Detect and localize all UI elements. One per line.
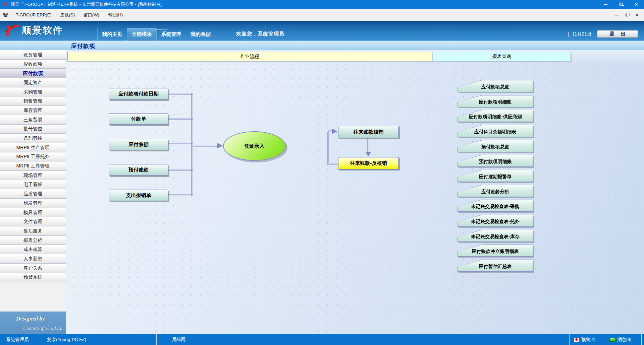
alerts-label: 预警[2] <box>581 337 595 343</box>
mdi-close-button[interactable]: ✕ <box>632 11 642 19</box>
nav-tab-all-modules[interactable]: 全部模块 <box>127 28 156 41</box>
brand-logo: 顺景软件 <box>5 23 63 38</box>
status-messages[interactable]: 消息[9] <box>606 334 642 345</box>
mdi-restore-button[interactable] <box>622 11 632 19</box>
report-button-payable-account-balance-detail[interactable]: 应付科目余额明细表 <box>458 125 533 137</box>
status-empty-segment <box>201 334 274 345</box>
close-button[interactable]: ✕ <box>629 0 644 9</box>
report-button-payables-aging-analysis[interactable]: 应付账龄分析 <box>458 185 533 197</box>
flow-box-payment-due-date[interactable]: 应付款项付款日期 <box>109 88 168 99</box>
status-user: 系统管理员 <box>0 334 41 345</box>
sidebar-filler <box>0 282 66 312</box>
sidebar-item-after-sales[interactable]: 售后服务 <box>0 226 66 236</box>
date-separator: | <box>568 31 569 37</box>
flow-ellipse-voucher-entry[interactable]: 凭证录入 <box>223 131 286 161</box>
sidebar-item-report-analysis[interactable]: 报表分析 <box>0 236 66 245</box>
report-button-payables-offset-ledger-detail[interactable]: 应付账款冲立账明细表 <box>458 245 533 257</box>
sidebar-item-crm[interactable]: 客户关系 <box>0 264 66 273</box>
flow-box-payment-slip[interactable]: 付款单 <box>109 113 168 125</box>
restore-icon <box>626 14 628 16</box>
report-button-payables-accrual-summary[interactable]: 应付暂估汇总表 <box>458 260 533 272</box>
content-tabs-row: 作业流程 报表查询 <box>66 50 644 62</box>
sidebar-item-inventory[interactable]: 库存管理 <box>0 106 66 115</box>
sidebar-item-document[interactable]: 文件管理 <box>0 217 66 226</box>
nav-tab-my-documents[interactable]: 我的单据 <box>186 28 215 41</box>
flow-box-expense-reimbursement[interactable]: 支出报销单 <box>109 190 168 201</box>
report-button-prepaid-general-ledger[interactable]: 预付款项总账 <box>458 140 533 152</box>
sidebar-item-mrp2-process[interactable]: MRPII 工序管理 <box>0 161 66 171</box>
restore-button[interactable] <box>613 0 629 9</box>
erp-application-window: 顺景『T-GROUP』制造业ERP系统 - 东莞顺景软件科技有限公司 - [系统… <box>0 0 644 345</box>
sidebar-item-accounting[interactable]: 账务管理 <box>0 50 66 60</box>
sidebar-item-triangle-trade[interactable]: 三角贸易 <box>0 115 66 125</box>
minimize-icon <box>604 4 607 5</box>
flow-box-prepaid-accounts[interactable]: 预付账款 <box>109 164 168 176</box>
sidebar-item-costing[interactable]: 成本核算 <box>0 245 66 254</box>
menu-help[interactable]: 帮助(H) <box>104 9 127 21</box>
report-button-label: 应付逾期报警单 <box>479 174 512 180</box>
sidebar-item-mold[interactable]: 模具管理 <box>0 208 66 217</box>
current-date: 11月21日 <box>572 31 592 37</box>
close-icon: ✕ <box>635 13 639 17</box>
sidebar-item-purchasing[interactable]: 采购管理 <box>0 87 66 97</box>
report-button-label: 应付款项明细账-供应商别 <box>469 114 522 120</box>
report-button-payables-detail-by-supplier[interactable]: 应付款项明细账-供应商别 <box>458 110 533 122</box>
sidebar-item-alert-system[interactable]: 预警系统 <box>0 273 66 282</box>
sidebar-item-payables[interactable]: 应付款项 <box>0 69 66 78</box>
report-button-label: 应付款项总账 <box>481 84 509 90</box>
app-header: 顺景软件 我的主页 全部模块 系统管理 我的单据 欢迎您，系统管理员 | 11月… <box>0 21 644 41</box>
message-icon <box>609 338 615 342</box>
sidebar-item-mrp2-production[interactable]: MRPII 生产管理 <box>0 143 66 152</box>
sidebar-item-sales[interactable]: 销售管理 <box>0 96 66 106</box>
flow-box-payable-notes[interactable]: 应付票据 <box>109 139 168 150</box>
report-button-overdue-payable-alert[interactable]: 应付逾期报警单 <box>458 170 533 182</box>
report-button-label: 应付暂估汇总表 <box>479 264 512 270</box>
report-button-unposted-check-outsourcing[interactable]: 未记账交易检查表-托外 <box>458 215 533 227</box>
flow-box-reverse-writeoff[interactable]: 往来账款-反核销 <box>338 157 399 169</box>
messages-label: 消息[9] <box>617 337 631 343</box>
report-button-label: 应付款项明细账 <box>479 99 512 105</box>
status-alerts[interactable]: 预警[2] <box>570 334 606 345</box>
report-button-payables-general-ledger[interactable]: 应付款项总账 <box>458 80 533 92</box>
sidebar-item-shopfloor[interactable]: 现场管理 <box>0 171 66 180</box>
sidebar-item-quality[interactable]: 品质管理 <box>0 189 66 199</box>
exit-button[interactable]: 退 出 <box>597 30 638 38</box>
sidebar-brand-panel: Designed by CenterSoft Co.,Ltd. <box>0 312 66 334</box>
sidebar-item-fixed-assets[interactable]: 固定资产 <box>0 78 66 87</box>
date-display: | 11月21日 <box>568 31 592 37</box>
mdi-window-controls: ✕ <box>612 11 642 19</box>
report-button-prepaid-detail-ledger[interactable]: 预付款项明细账 <box>458 155 533 167</box>
menu-tgroup-erp[interactable]: T-GROUP ERP(E) <box>11 9 56 21</box>
menu-skin[interactable]: 皮肤(S) <box>56 9 79 21</box>
brand-logo-icon <box>5 23 19 38</box>
sidebar-item-barcode-control[interactable]: 条码管控 <box>0 134 66 143</box>
report-button-label: 应付账龄分析 <box>481 189 509 195</box>
flow-box-writeoff[interactable]: 往来账款核销 <box>338 126 399 138</box>
brand-logo-text: 顺景软件 <box>22 24 63 37</box>
report-button-label: 应付账款冲立账明细表 <box>472 249 519 255</box>
sidebar-item-mrp2-outsourcing[interactable]: MRPII 工序托外 <box>0 152 66 162</box>
window-title: 顺景『T-GROUP』制造业ERP系统 - 东莞顺景软件科技有限公司 - [系统… <box>11 2 162 7</box>
sidebar-item-hr-payroll[interactable]: 人事薪资 <box>0 254 66 264</box>
mdi-child-icon <box>3 12 8 17</box>
tab-report-query[interactable]: 报表查询 <box>433 52 571 61</box>
report-button-label: 未记账交易检查表-采购 <box>471 204 520 210</box>
titlebar: 顺景『T-GROUP』制造业ERP系统 - 东莞顺景软件科技有限公司 - [系统… <box>0 0 644 9</box>
sidebar-item-e-kanban[interactable]: 电子看板 <box>0 180 66 190</box>
nav-tab-system-management[interactable]: 系统管理 <box>156 28 186 41</box>
alert-icon <box>574 338 579 342</box>
minimize-button[interactable] <box>598 0 613 9</box>
status-workstation: 复杂(Young-PC:FZ) <box>41 334 157 345</box>
sidebar-item-lot-control[interactable]: 批号管控 <box>0 125 66 134</box>
nav-tab-my-home[interactable]: 我的主页 <box>97 28 127 41</box>
report-button-unposted-check-purchasing[interactable]: 未记账交易检查表-采购 <box>458 200 533 212</box>
sidebar-item-receivables[interactable]: 应收款项 <box>0 60 66 69</box>
menu-window[interactable]: 窗口(W) <box>79 9 104 21</box>
sidebar-item-rnd[interactable]: 研发管理 <box>0 199 66 208</box>
report-button-label: 预付款项明细账 <box>479 159 512 165</box>
tab-work-flow[interactable]: 作业流程 <box>67 52 432 61</box>
report-button-payables-detail-ledger[interactable]: 应付款项明细账 <box>458 95 533 107</box>
report-button-unposted-check-inventory[interactable]: 未记账交易检查表-库存 <box>458 230 533 242</box>
close-icon: ✕ <box>635 2 638 7</box>
mdi-minimize-button[interactable] <box>612 11 622 19</box>
